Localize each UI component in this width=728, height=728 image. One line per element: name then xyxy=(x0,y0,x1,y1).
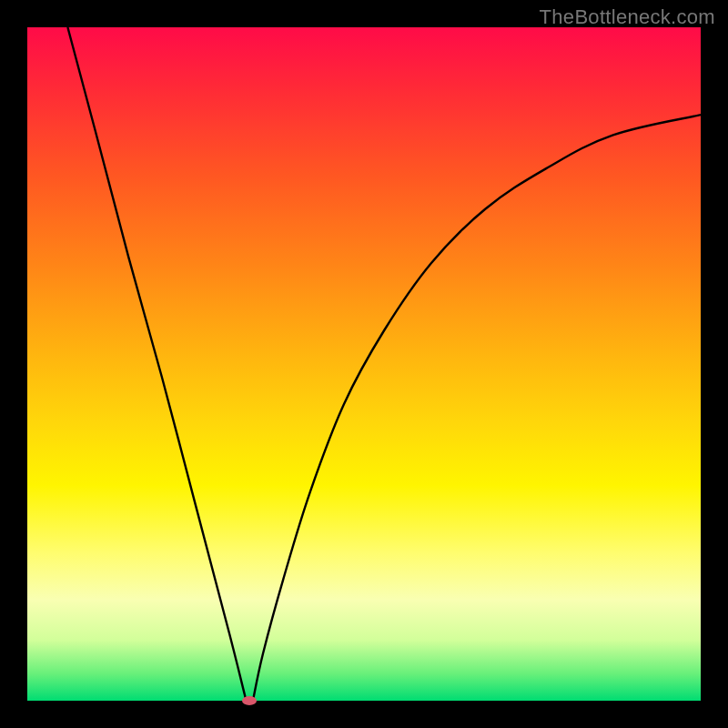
plot-area xyxy=(27,27,701,701)
bottleneck-curve xyxy=(27,27,701,701)
minimum-marker xyxy=(242,696,257,705)
chart-frame: TheBottleneck.com xyxy=(0,0,728,728)
watermark-text: TheBottleneck.com xyxy=(540,5,715,29)
